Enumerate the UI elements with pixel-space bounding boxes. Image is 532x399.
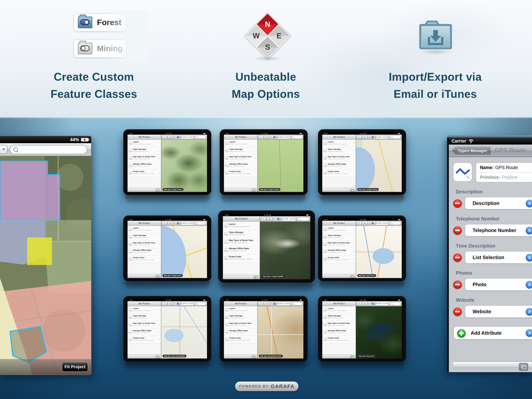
delete-attribute-button[interactable] bbox=[453, 307, 462, 316]
back-button-types-manager[interactable]: Types Manager bbox=[452, 147, 491, 155]
delete-attribute-button[interactable] bbox=[453, 253, 462, 262]
fit-project-button[interactable]: Fit Project bbox=[62, 362, 88, 372]
pages-button[interactable] bbox=[155, 355, 160, 358]
disclosure-chevron-icon[interactable]: > bbox=[526, 308, 532, 316]
polyline-type-icon[interactable]: ✎ bbox=[453, 162, 472, 182]
camera-button[interactable]: ● bbox=[264, 135, 269, 139]
pages-button[interactable] bbox=[253, 276, 258, 279]
pages-button[interactable] bbox=[350, 355, 355, 358]
ipad-menu-item[interactable]: ›Manage Offline MapsCache map tiles for … bbox=[127, 328, 161, 336]
coordinate-dropdown[interactable]: 40.26735° -111.63908° ▾ bbox=[375, 221, 389, 225]
map-view[interactable]: Map Type: Google Terrain bbox=[161, 140, 207, 192]
ipad-menu-item[interactable]: ›LayersView & edit points, lines & polyg… bbox=[322, 140, 356, 147]
ipad-menu-item[interactable]: ›Manage Offline MapsCache map tiles for … bbox=[127, 248, 161, 255]
pages-button[interactable] bbox=[350, 275, 355, 278]
ipad-menu-item[interactable]: ›Project UnitsSelect metric, imperial, y… bbox=[127, 255, 161, 263]
add-attribute-button[interactable]: Add Attribute > bbox=[454, 326, 532, 340]
gps-toggle[interactable]: GPS bbox=[270, 136, 276, 138]
ipad-menu-item[interactable]: ›Manage Offline MapsCache map tiles for … bbox=[322, 248, 356, 255]
ipad-search-field[interactable] bbox=[195, 222, 206, 225]
folder-toggle-off-icon[interactable] bbox=[78, 43, 92, 54]
ipad-menu-item[interactable]: ›Manage Offline MapsCache map tiles for … bbox=[322, 162, 356, 169]
ipad-menu-item[interactable]: ›Map Types & Raster DataManage map types… bbox=[322, 321, 356, 328]
ipad-menu-item[interactable]: ›Project UnitsSelect metric, imperial, y… bbox=[224, 169, 257, 177]
ipad-menu-item[interactable]: ›Map Types & Raster DataManage map types… bbox=[127, 154, 161, 162]
ipad-menu-item[interactable]: ›LayersView & edit points, lines & polyg… bbox=[224, 140, 257, 147]
ipad-search-field[interactable] bbox=[195, 302, 206, 305]
coordinate-dropdown[interactable]: 40.26735° -111.63908° ▾ bbox=[181, 135, 194, 139]
add-waypoint-button[interactable]: + bbox=[162, 135, 167, 139]
pages-button[interactable] bbox=[519, 363, 528, 371]
ipad-menu-item[interactable]: ›Types ManagerManage data collection typ… bbox=[127, 147, 161, 154]
ipad-menu-item[interactable]: ›Map Types & Raster DataManage map types… bbox=[223, 238, 260, 246]
add-waypoint-button[interactable]: + bbox=[357, 221, 362, 225]
add-waypoint-button[interactable]: + bbox=[357, 302, 362, 305]
camera-button[interactable]: ● bbox=[168, 221, 172, 225]
parcel-map-view[interactable]: Fit Project bbox=[0, 156, 91, 375]
ipad-menu-item[interactable]: ›Types ManagerManage data collection typ… bbox=[322, 233, 356, 241]
ipad-menu-item[interactable]: ›Project UnitsSelect metric, imperial, y… bbox=[322, 255, 356, 263]
map-view[interactable]: Map Type: Open Cycling/Topo bbox=[161, 306, 207, 359]
ipad-menu-item[interactable]: ›Map Types & Raster DataManage map types… bbox=[322, 241, 356, 248]
pages-button[interactable] bbox=[155, 189, 160, 192]
gps-toggle[interactable]: GPS bbox=[270, 302, 276, 305]
pages-button[interactable] bbox=[155, 275, 160, 278]
add-waypoint-button[interactable]: + bbox=[162, 302, 167, 305]
ipad-menu-item[interactable]: ›Types ManagerManage data collection typ… bbox=[322, 147, 356, 154]
ipad-menu-item[interactable]: ›Types ManagerManage data collection typ… bbox=[127, 314, 161, 321]
coordinate-dropdown[interactable]: 40.26735° -111.63908° ▾ bbox=[277, 135, 291, 139]
camera-button[interactable]: ● bbox=[362, 302, 367, 305]
coordinate-dropdown[interactable]: 40.26735° -111.63908° ▾ bbox=[375, 302, 389, 305]
ipad-search-field[interactable] bbox=[291, 302, 302, 305]
coordinate-dropdown[interactable]: 40.26735° -111.63908° ▾ bbox=[181, 302, 194, 305]
name-row[interactable]: Name: GPS Route bbox=[476, 163, 532, 172]
coordinate-dropdown[interactable]: 40.26735° -111.63908° ▾ bbox=[277, 302, 291, 305]
delete-attribute-button[interactable] bbox=[453, 199, 462, 208]
ipad-menu-item[interactable]: ›Map Types & Raster DataManage map types… bbox=[127, 241, 161, 248]
attribute-cell[interactable]: Website > bbox=[465, 305, 532, 318]
ipad-menu-item[interactable]: ›LayersView & edit points, lines & polyg… bbox=[223, 222, 260, 230]
gps-toggle[interactable]: GPS bbox=[173, 222, 180, 225]
ipad-menu-item[interactable]: ›Manage Offline MapsCache map tiles for … bbox=[224, 328, 257, 336]
name-primitive-group[interactable]: Name: GPS Route Primitive: Polyline bbox=[476, 162, 532, 182]
ipad-menu-item[interactable]: ›Project UnitsSelect metric, imperial, y… bbox=[322, 336, 356, 343]
ipad-menu-item[interactable]: ›Map Types & Raster DataManage map types… bbox=[127, 321, 161, 328]
map-search-field[interactable] bbox=[10, 145, 87, 154]
pages-button[interactable] bbox=[252, 355, 256, 358]
map-view[interactable]: Map Type: Bing Shaded Relief bbox=[258, 306, 303, 359]
ipad-menu-item[interactable]: ›Types ManagerManage data collection typ… bbox=[322, 314, 356, 321]
attribute-cell[interactable]: Description > bbox=[465, 197, 532, 209]
attribute-cell[interactable]: Telephone Number > bbox=[465, 224, 532, 237]
ipad-menu-item[interactable]: ›Manage Offline MapsCache map tiles for … bbox=[223, 246, 260, 254]
ipad-menu-item[interactable]: ›Types ManagerManage data collection typ… bbox=[224, 314, 257, 321]
disclosure-chevron-icon[interactable]: > bbox=[526, 281, 532, 289]
map-view[interactable]: Map Type: Bing Aerial bbox=[356, 306, 402, 359]
add-waypoint-button[interactable]: + bbox=[259, 302, 263, 305]
map-view[interactable]: Map Type: Google Cycling bbox=[356, 140, 402, 192]
ipad-menu-item[interactable]: ›Project UnitsSelect metric, imperial, y… bbox=[322, 169, 356, 177]
map-view[interactable]: Map Type: Google Satellite bbox=[260, 222, 310, 279]
ipad-menu-item[interactable]: ›Project UnitsSelect metric, imperial, y… bbox=[127, 336, 161, 343]
ipad-search-field[interactable] bbox=[390, 302, 401, 305]
ipad-menu-item[interactable]: ›Map Types & Raster DataManage map types… bbox=[224, 321, 257, 328]
gps-toggle[interactable]: GPS bbox=[368, 302, 374, 305]
ipad-search-field[interactable] bbox=[390, 222, 401, 225]
add-waypoint-button[interactable]: + bbox=[357, 135, 362, 139]
add-waypoint-button[interactable]: + bbox=[261, 217, 266, 221]
attribute-cell[interactable]: Photo > bbox=[465, 278, 532, 291]
ipad-menu-item[interactable]: ›Types ManagerManage data collection typ… bbox=[127, 233, 161, 241]
ipad-menu-item[interactable]: ›Map Types & Raster DataManage map types… bbox=[322, 154, 356, 162]
pages-button[interactable] bbox=[252, 189, 256, 192]
camera-button[interactable]: ● bbox=[362, 221, 367, 225]
disclosure-chevron-icon[interactable]: > bbox=[526, 227, 532, 235]
camera-button[interactable]: ● bbox=[168, 302, 172, 305]
ipad-menu-item[interactable]: ›Map Types & Raster DataManage map types… bbox=[224, 154, 257, 162]
gps-toggle[interactable]: GPS bbox=[173, 302, 180, 305]
disclosure-chevron-icon[interactable]: > bbox=[526, 200, 532, 207]
ipad-menu-item[interactable]: ›Project UnitsSelect metric, imperial, y… bbox=[224, 336, 257, 343]
ipad-menu-item[interactable]: ›LayersView & edit points, lines & polyg… bbox=[322, 306, 356, 314]
camera-button[interactable]: ● bbox=[362, 135, 367, 139]
ipad-search-field[interactable] bbox=[390, 135, 401, 139]
map-view[interactable]: Map Type: Open Street bbox=[356, 226, 402, 278]
ipad-search-field[interactable] bbox=[297, 217, 309, 221]
